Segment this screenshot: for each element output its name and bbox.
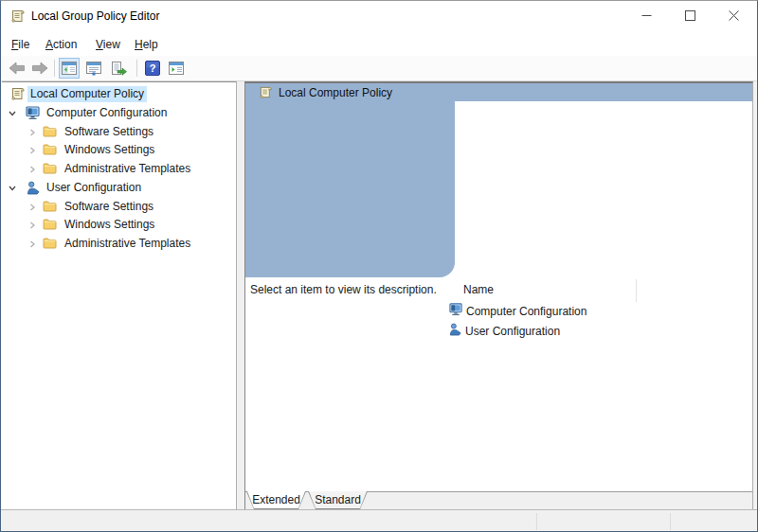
show-hide-console-tree-button[interactable] [59,58,80,79]
tree-item-user-configuration[interactable]: User Configuration [2,179,236,197]
forward-arrow-icon [31,62,48,75]
menu-bar: File Action View Help [1,31,757,56]
local-group-policy-editor-window: Local Group Policy Editor File Action Vi… [0,0,758,532]
user-icon [27,181,41,198]
tree-item-label[interactable]: Administrative Templates [62,236,193,252]
computer-icon [26,106,41,123]
list-item-computer-configuration[interactable]: Computer Configuration [449,303,587,319]
tree-item-label[interactable]: Software Settings [62,199,156,215]
tree-item-label[interactable]: Computer Configuration [44,105,170,121]
right-edge-gutter [753,81,757,509]
computer-icon [449,303,463,319]
chevron-right-icon[interactable] [27,202,37,211]
menu-view[interactable]: View [94,36,122,53]
tree-item-label[interactable]: User Configuration [44,180,144,196]
status-bar [1,509,757,531]
tree-item-administrative-templates[interactable]: Administrative Templates [2,160,236,178]
tab-extended-label[interactable]: Extended [247,491,305,508]
toolbar: ? [1,56,757,81]
tree-item-software-settings[interactable]: Software Settings [2,198,236,216]
gpo-scroll-icon [10,9,26,24]
folder-icon [43,219,57,233]
console-tree-pane: Local Computer Policy Computer Configura… [2,81,237,509]
tree-item-windows-settings[interactable]: Windows Settings [2,141,236,159]
user-icon [449,323,462,339]
export-list-button[interactable] [108,58,129,79]
tree-item-computer-configuration[interactable]: Computer Configuration [2,104,236,122]
tab-extended[interactable]: Extended [246,491,306,509]
gpo-scroll-icon [10,86,26,104]
tree-item-windows-settings[interactable]: Windows Settings [2,216,236,234]
chevron-right-icon[interactable] [27,220,37,229]
export-list-icon [111,62,127,76]
chevron-right-icon[interactable] [27,145,37,154]
tab-standard-label[interactable]: Standard [309,491,367,508]
tab-standard[interactable]: Standard [308,491,368,509]
column-header-name[interactable]: Name [463,283,494,296]
back-arrow-icon [9,62,26,75]
folder-icon [43,163,57,177]
folder-icon [43,201,57,215]
column-divider[interactable] [636,279,637,302]
chevron-right-icon[interactable] [27,127,37,136]
folder-icon [43,126,57,140]
chevron-right-icon[interactable] [27,239,37,248]
extended-view-description-panel [245,101,455,277]
folder-icon [43,144,57,158]
tree-item-label[interactable]: Software Settings [62,124,156,140]
pane-splitter[interactable] [237,81,244,509]
menu-file[interactable]: File [9,36,31,53]
tree-item-label[interactable]: Windows Settings [62,217,157,233]
menu-help[interactable]: Help [133,36,160,53]
tree-item-software-settings[interactable]: Software Settings [2,123,236,141]
toolbar-separator [136,60,137,77]
list-item-label[interactable]: Computer Configuration [466,305,587,318]
minimize-button[interactable] [624,1,668,30]
console-tree-icon [62,62,77,75]
maximize-button[interactable] [668,1,712,30]
chevron-down-icon[interactable] [8,183,17,192]
action-pane-icon [169,62,184,75]
back-button[interactable] [7,58,27,79]
status-divider [536,513,537,530]
properties-icon [86,62,101,76]
description-hint: Select an item to view its description. [250,283,437,296]
help-button[interactable]: ? [142,58,163,79]
title-bar: Local Group Policy Editor [1,1,757,31]
svg-text:?: ? [150,62,156,74]
help-icon: ? [145,61,160,76]
results-pane-title: Local Computer Policy [279,86,392,99]
menu-action[interactable]: Action [44,36,79,53]
forward-button[interactable] [29,58,50,79]
tree-item-administrative-templates[interactable]: Administrative Templates [2,235,236,253]
window-title: Local Group Policy Editor [31,9,159,23]
status-divider [670,513,671,530]
view-tabstrip: Extended Standard [245,491,752,509]
tree-item-label[interactable]: Administrative Templates [62,161,193,177]
folder-icon [43,238,57,252]
tree-item-label[interactable]: Windows Settings [62,142,157,158]
show-hide-action-pane-button[interactable] [166,58,187,79]
close-button[interactable] [712,1,755,30]
list-item-label[interactable]: User Configuration [465,325,560,338]
tree-item-local-computer-policy[interactable]: Local Computer Policy [2,85,236,103]
chevron-right-icon[interactable] [27,164,37,173]
properties-button[interactable] [83,58,104,79]
tree-item-label[interactable]: Local Computer Policy [27,86,147,102]
list-item-user-configuration[interactable]: User Configuration [449,323,560,339]
gpo-scroll-icon [259,85,273,102]
chevron-down-icon[interactable] [8,108,17,117]
toolbar-separator [54,60,55,77]
results-pane: Local Computer Policy Select an item to … [244,81,753,509]
